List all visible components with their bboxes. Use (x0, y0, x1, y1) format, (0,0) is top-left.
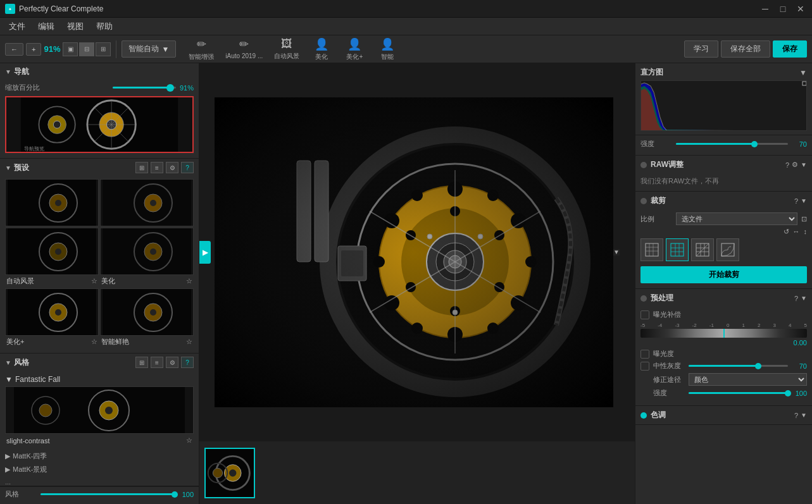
add-button[interactable]: + (26, 43, 41, 56)
tone-header[interactable]: 色调 ? ▼ (635, 406, 812, 424)
crop-header[interactable]: 裁剪 ? ▼ (635, 192, 812, 210)
preset-thumb-blank1 (5, 179, 99, 226)
save-button[interactable]: 保存 (773, 40, 807, 58)
styles-panel-header[interactable]: ▼ 风格 ⊞ ≡ ⚙ ? (0, 353, 199, 371)
tab-beautify[interactable]: 👤 美化 (306, 36, 337, 63)
filmstrip-item-1[interactable] (204, 448, 255, 498)
brightness-checkbox[interactable] (640, 350, 649, 359)
presets-list-view[interactable]: ≡ (151, 162, 163, 173)
intensity-slider[interactable] (689, 392, 788, 394)
crop-mode-fine[interactable] (640, 238, 663, 261)
tone-toggle[interactable] (640, 412, 647, 419)
preset-star-beautify-plus[interactable]: ☆ (91, 338, 97, 346)
menu-edit[interactable]: 编辑 (32, 18, 61, 35)
crop-flip-h-icon[interactable]: ↔ (793, 228, 800, 236)
menu-help[interactable]: 帮助 (90, 18, 119, 35)
preprocess-chevron[interactable]: ▼ (801, 295, 807, 302)
style-subgroup-mattk-landscape[interactable]: ▶ MattK-景观 (0, 463, 199, 476)
exposure-checkbox[interactable] (640, 310, 649, 319)
crop-chevron[interactable]: ▼ (801, 197, 807, 204)
styles-intensity-slider[interactable] (41, 493, 175, 495)
menu-file[interactable]: 文件 (3, 18, 32, 35)
tab-smart-enhance[interactable]: ✏ 智能增强 (184, 36, 219, 63)
main-area: ▼ 导航 缩放百分比 91% (0, 63, 812, 504)
crop-flip-v-icon[interactable]: ↕ (804, 228, 808, 236)
svg-text:✦: ✦ (8, 7, 12, 11)
raw-adjust-toggle[interactable] (640, 162, 647, 168)
crop-start-button[interactable]: 开始裁剪 (640, 266, 807, 283)
tab-auto-landscape[interactable]: 🖼 自动风景 (269, 36, 304, 63)
view-single[interactable]: ▣ (63, 42, 78, 56)
crop-rotate-left-icon[interactable]: ↺ (784, 228, 789, 236)
crop-content: 比例 选文件 ⊡ ↺ ↔ ↕ (635, 210, 812, 288)
correction-select[interactable]: 颜色 (689, 373, 807, 386)
style-subgroup-more[interactable]: ... (0, 476, 199, 486)
presets-settings[interactable]: ⚙ (166, 162, 178, 173)
preset-item-smart-vivid[interactable]: 智能鲜艳 ☆ (100, 288, 194, 348)
preset-item-blank1[interactable] (5, 179, 99, 226)
tone-chevron[interactable]: ▼ (801, 412, 807, 419)
navigation-panel-header[interactable]: ▼ 导航 (0, 63, 199, 80)
minimize-button[interactable]: ─ (759, 4, 771, 13)
presets-panel-header[interactable]: ▼ 预设 ⊞ ≡ ⚙ ? (0, 159, 199, 176)
raw-adjust-header[interactable]: RAW调整 ? ⚙ ▼ (635, 156, 812, 174)
crop-mode-diagonal[interactable] (691, 238, 714, 261)
crop-ratio-select[interactable]: 选文件 (676, 212, 797, 225)
style-group-chevron: ▼ (5, 375, 13, 384)
tone-help[interactable]: ? (794, 412, 798, 419)
style-preview-slight-contrast[interactable] (5, 386, 194, 434)
maximize-button[interactable]: □ (777, 4, 789, 13)
tab-iauto[interactable]: ✏ iAuto 2019 ... (220, 36, 268, 63)
canvas-expand-strip[interactable]: ▼ (613, 249, 620, 255)
smart-auto-button[interactable]: 智能自动 ▼ (122, 40, 176, 58)
raw-adjust-help[interactable]: ? (785, 161, 789, 169)
preset-star-beautify[interactable]: ☆ (186, 277, 192, 285)
neutral-slider[interactable] (689, 365, 788, 367)
svg-point-17 (55, 200, 61, 206)
histogram-expand[interactable]: ▼ (799, 68, 807, 77)
view-split-v[interactable]: ⊞ (96, 42, 111, 56)
menu-view[interactable]: 视图 (61, 18, 90, 35)
style-star-slight-contrast[interactable]: ☆ (186, 436, 192, 445)
preset-star-auto-landscape[interactable]: ☆ (91, 277, 97, 285)
preset-item-auto-landscape[interactable]: 自动风景 ☆ (5, 228, 99, 287)
auto-landscape-icon: 🖼 (281, 37, 292, 51)
navigation-preview[interactable]: 导航预览 (5, 96, 194, 153)
preprocess-help[interactable]: ? (794, 295, 798, 302)
preset-item-beautify[interactable]: 美化 ☆ (100, 228, 194, 287)
tab-beautify-plus[interactable]: 👤 美化+ (339, 36, 370, 63)
crop-toggle[interactable] (640, 198, 647, 204)
preprocess-header[interactable]: 预处理 ? ▼ (635, 289, 812, 307)
tab-smart[interactable]: 👤 智能 (372, 36, 403, 63)
styles-settings[interactable]: ⚙ (166, 357, 178, 368)
preset-label-smart-vivid: 智能鲜艳 (101, 337, 129, 347)
strength-slider[interactable] (676, 143, 788, 145)
preset-item-blank2[interactable] (100, 179, 194, 226)
style-subgroup-mattk-seasons[interactable]: ▶ MattK-四季 (0, 450, 199, 463)
undo-button[interactable]: ← (5, 43, 23, 56)
styles-grid-view[interactable]: ⊞ (135, 357, 148, 368)
crop-mode-thirds[interactable] (666, 238, 689, 261)
styles-help[interactable]: ? (181, 357, 194, 368)
raw-adjust-settings[interactable]: ⚙ (792, 161, 798, 169)
crop-help[interactable]: ? (794, 197, 798, 205)
styles-list-view[interactable]: ≡ (151, 357, 163, 368)
crop-mode-spiral[interactable] (716, 238, 739, 261)
close-button[interactable]: ✕ (794, 4, 807, 13)
preset-star-smart-vivid[interactable]: ☆ (186, 338, 192, 346)
side-nav-arrow[interactable]: ▶ (199, 241, 211, 264)
style-group-header-fantastic-fall[interactable]: ▼ Fantastic Fall (5, 374, 194, 385)
learn-button[interactable]: 学习 (684, 40, 718, 58)
crop-ratio-icon[interactable]: ⊡ (801, 215, 807, 223)
view-split-h[interactable]: ⊟ (79, 42, 94, 56)
raw-adjust-chevron[interactable]: ▼ (801, 161, 807, 168)
smart-icon: 👤 (380, 37, 394, 51)
presets-help[interactable]: ? (181, 162, 194, 173)
save-all-button[interactable]: 保存全部 (721, 40, 770, 58)
zoom-slider-track[interactable] (113, 87, 176, 89)
neutral-checkbox[interactable] (640, 362, 649, 371)
preprocess-toggle[interactable] (640, 295, 647, 302)
preset-item-beautify-plus[interactable]: 美化+ ☆ (5, 288, 99, 348)
presets-grid-view[interactable]: ⊞ (135, 162, 148, 173)
exposure-slider[interactable] (640, 329, 807, 338)
